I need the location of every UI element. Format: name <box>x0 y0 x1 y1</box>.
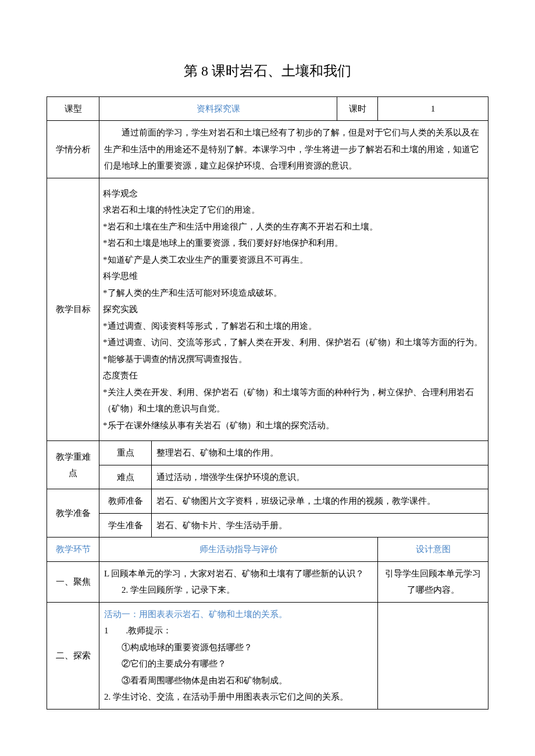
goal-heading: 态度责任 <box>103 367 484 384</box>
value-class-type: 资料探究课 <box>99 96 337 121</box>
label-teacher-prep: 教师准备 <box>99 489 152 514</box>
label-student-prep: 学生准备 <box>99 513 152 538</box>
explore-activity: 活动一：用图表表示岩石、矿物和土壤的关系。 1 .教师提示： ①构成地球的重要资… <box>99 602 378 709</box>
table-row: 学生准备 岩石、矿物卡片、学生活动手册。 <box>47 513 488 538</box>
goal-item: *乐于在课外继续从事有关岩石（矿物）和土壤的探究活动。 <box>103 417 484 434</box>
table-row: 难点 通过活动，增强学生保护环境的意识。 <box>47 465 488 489</box>
analysis-paragraph: 通过前面的学习，学生对岩石和土壤已经有了初步的了解，但是对于它们与人类的关系以及… <box>104 124 483 174</box>
table-row: 二、探索 活动一：用图表表示岩石、矿物和土壤的关系。 1 .教师提示： ①构成地… <box>47 602 488 709</box>
goal-item: 求岩石和土壤的特性决定了它们的用途。 <box>103 202 484 218</box>
header-col-design: 设计意图 <box>378 538 488 562</box>
goal-heading: 科学观念 <box>103 185 484 202</box>
header-col-activity: 师生活动指导与评价 <box>99 538 378 562</box>
explore-line: 1 .教师提示： <box>104 622 373 639</box>
table-row: 教学重难点 重点 整理岩石、矿物和土壤的作用。 <box>47 441 488 465</box>
label-analysis: 学情分析 <box>47 121 99 178</box>
key-text: 整理岩石、矿物和土壤的作用。 <box>152 441 488 465</box>
section-header-row: 教学环节 师生活动指导与评价 设计意图 <box>47 538 488 562</box>
stage-explore-label: 二、探索 <box>47 602 99 709</box>
focus-line: 2. 学生回顾所学，记录下来。 <box>104 582 373 599</box>
goal-item: *知道矿产是人类工农业生产的重要资源且不可再生。 <box>103 252 484 268</box>
teacher-prep-text: 岩石、矿物图片文字资料，班级记录单，土壤的作用的视频，教学课件。 <box>152 489 488 514</box>
header-col-stage: 教学环节 <box>47 538 99 562</box>
explore-question: ③看看周围哪些物体是由岩石和矿物制成。 <box>104 672 373 689</box>
page-title: 第 8 课时岩石、土壤和我们 <box>47 58 488 85</box>
goals-content: 科学观念 求岩石和土壤的特性决定了它们的用途。 *岩石和土壤在生产和生活中用途很… <box>99 178 488 441</box>
table-row: 课型 资料探究课 课时 1 <box>47 96 488 121</box>
goal-item: *岩石和土壤是地球上的重要资源，我们要好好地保护和利用。 <box>103 235 484 252</box>
student-prep-text: 岩石、矿物卡片、学生活动手册。 <box>152 513 488 538</box>
explore-line: 2. 学生讨论、交流，在活动手册中用图表表示它们之间的关系。 <box>104 689 373 705</box>
table-row: 一、聚焦 L 回顾本单元的学习，大家对岩石、矿物和土壤有了哪些新的认识？ 2. … <box>47 561 488 602</box>
goal-item: *岩石和土壤在生产和生活中用途很广，人类的生存离不开岩石和土壤。 <box>103 218 484 235</box>
value-period: 1 <box>378 96 488 121</box>
focus-design: 引导学生回顾本单元学习了哪些内容。 <box>378 561 488 602</box>
goal-item: *关注人类在开发、利用、保护岩石（矿物）和土壤等方面的种种行为，树立保护、合理利… <box>103 384 484 417</box>
label-keypoints: 教学重难点 <box>47 441 99 489</box>
label-period: 课时 <box>337 96 378 121</box>
goal-item: *能够基于调查的情况撰写调查报告。 <box>103 351 484 368</box>
table-row: 学情分析 通过前面的学习，学生对岩石和土壤已经有了初步的了解，但是对于它们与人类… <box>47 121 488 178</box>
goal-item: *通过调查、访问、交流等形式，了解人类在开发、利用、保护岩石（矿物）和土壤等方面… <box>103 334 484 351</box>
label-key: 重点 <box>99 441 152 465</box>
explore-activity-title: 活动一：用图表表示岩石、矿物和土壤的关系。 <box>104 606 373 623</box>
explore-design <box>378 602 488 709</box>
lesson-plan-table: 课型 资料探究课 课时 1 学情分析 通过前面的学习，学生对岩石和土壤已经有了初… <box>47 96 488 710</box>
goal-item: *了解人类的生产和生活可能对环境造成破坏。 <box>103 285 484 302</box>
stage-focus-label: 一、聚焦 <box>47 561 99 602</box>
explore-question: ②它们的主要成分有哪些？ <box>104 655 373 672</box>
table-row: 教学准备 教师准备 岩石、矿物图片文字资料，班级记录单，土壤的作用的视频，教学课… <box>47 489 488 514</box>
goal-item: *通过调查、阅读资料等形式，了解岩石和土壤的用途。 <box>103 318 484 335</box>
explore-question: ①构成地球的重要资源包括哪些？ <box>104 639 373 656</box>
label-class-type: 课型 <box>47 96 99 121</box>
goal-heading: 科学思维 <box>103 268 484 285</box>
difficulty-text: 通过活动，增强学生保护环境的意识。 <box>152 465 488 489</box>
table-row: 教学目标 科学观念 求岩石和土壤的特性决定了它们的用途。 *岩石和土壤在生产和生… <box>47 178 488 441</box>
goal-heading: 探究实践 <box>103 301 484 318</box>
analysis-text: 通过前面的学习，学生对岩石和土壤已经有了初步的了解，但是对于它们与人类的关系以及… <box>99 121 488 178</box>
focus-activity: L 回顾本单元的学习，大家对岩石、矿物和土壤有了哪些新的认识？ 2. 学生回顾所… <box>99 561 378 602</box>
focus-line: L 回顾本单元的学习，大家对岩石、矿物和土壤有了哪些新的认识？ <box>104 565 373 582</box>
label-goals: 教学目标 <box>47 178 99 441</box>
label-prep: 教学准备 <box>47 489 99 538</box>
label-difficulty: 难点 <box>99 465 152 489</box>
